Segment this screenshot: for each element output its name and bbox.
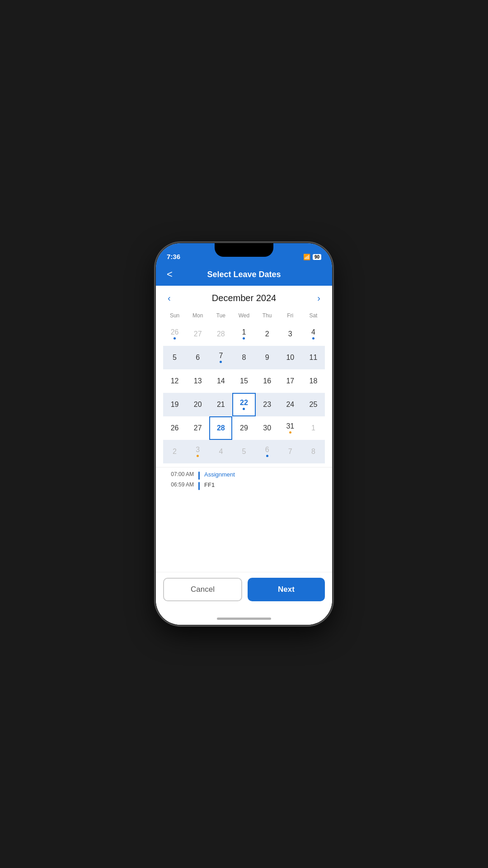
event-title-1: Assignment — [204, 471, 235, 478]
calendar-day-jan2[interactable]: 2 — [163, 440, 186, 463]
calendar-day-dec16[interactable]: 16 — [256, 369, 279, 393]
calendar-day-jan3[interactable]: 3 — [186, 440, 209, 463]
calendar-day-jan6[interactable]: 6 — [256, 440, 279, 463]
calendar-day-nov27[interactable]: 27 — [186, 322, 209, 346]
calendar-day-dec15[interactable]: 15 — [232, 369, 255, 393]
calendar-row: 12 13 14 15 16 — [163, 369, 325, 393]
next-button[interactable]: Next — [248, 578, 325, 601]
calendar-day-dec5[interactable]: 5 — [163, 346, 186, 369]
event-item: 07:00 AM Assignment — [163, 471, 325, 480]
event-dot — [243, 408, 245, 410]
status-icons: 📶 90 — [303, 254, 321, 260]
calendar-row: 2 3 4 5 6 — [163, 440, 325, 463]
main-content: ‹ December 2024 › Sun Mon Tue Wed Thu Fr… — [156, 286, 332, 625]
calendar-day-nov26[interactable]: 26 — [163, 322, 186, 346]
event-item: 06:59 AM FF1 — [163, 481, 325, 490]
battery-indicator: 90 — [313, 254, 321, 260]
app-header: < Select Leave Dates — [156, 263, 332, 286]
calendar-day-dec10[interactable]: 10 — [279, 346, 302, 369]
calendar-day-nov28[interactable]: 28 — [209, 322, 232, 346]
calendar-day-dec24[interactable]: 24 — [279, 393, 302, 416]
event-dot — [266, 455, 268, 457]
day-header-wed: Wed — [232, 311, 255, 321]
calendar-day-dec2[interactable]: 2 — [256, 322, 279, 346]
calendar-day-dec6[interactable]: 6 — [186, 346, 209, 369]
calendar-day-dec25[interactable]: 25 — [302, 393, 325, 416]
spacer — [156, 497, 332, 572]
calendar-row: 26 27 28 1 — [163, 322, 325, 346]
calendar-header: ‹ December 2024 › — [163, 291, 325, 305]
event-dot — [197, 455, 199, 457]
calendar-day-dec28[interactable]: 28 — [209, 416, 232, 440]
calendar-day-dec17[interactable]: 17 — [279, 369, 302, 393]
calendar-day-dec22[interactable]: 22 — [232, 393, 255, 416]
prev-month-button[interactable]: ‹ — [163, 291, 175, 305]
calendar-day-dec14[interactable]: 14 — [209, 369, 232, 393]
home-indicator — [156, 612, 332, 625]
calendar-day-dec8[interactable]: 8 — [232, 346, 255, 369]
day-header-sun: Sun — [163, 311, 186, 321]
calendar-day-dec7[interactable]: 7 — [209, 346, 232, 369]
event-bar-1 — [198, 472, 200, 480]
event-dot — [312, 337, 314, 340]
calendar-day-dec23[interactable]: 23 — [256, 393, 279, 416]
event-dot — [243, 337, 245, 340]
calendar-day-jan1[interactable]: 1 — [302, 416, 325, 440]
phone-frame: 7:36 📶 90 < Select Leave Dates ‹ Decembe… — [156, 243, 332, 625]
calendar-day-dec1[interactable]: 1 — [232, 322, 255, 346]
calendar-day-dec11[interactable]: 11 — [302, 346, 325, 369]
calendar-day-jan8[interactable]: 8 — [302, 440, 325, 463]
notch — [215, 243, 273, 257]
calendar-row: 19 20 21 22 23 — [163, 393, 325, 416]
calendar-row: 26 27 28 29 30 — [163, 416, 325, 440]
calendar-day-jan4[interactable]: 4 — [209, 440, 232, 463]
calendar-day-dec21[interactable]: 21 — [209, 393, 232, 416]
calendar-day-dec29[interactable]: 29 — [232, 416, 255, 440]
calendar-day-dec19[interactable]: 19 — [163, 393, 186, 416]
calendar-day-dec12[interactable]: 12 — [163, 369, 186, 393]
event-time-1: 07:00 AM — [163, 471, 194, 477]
calendar-day-dec18[interactable]: 18 — [302, 369, 325, 393]
calendar-day-jan5[interactable]: 5 — [232, 440, 255, 463]
event-bar-2 — [198, 482, 200, 490]
calendar-day-dec9[interactable]: 9 — [256, 346, 279, 369]
page-title: Select Leave Dates — [207, 270, 281, 279]
calendar: ‹ December 2024 › Sun Mon Tue Wed Thu Fr… — [156, 286, 332, 467]
next-month-button[interactable]: › — [313, 291, 325, 305]
phone-screen: 7:36 📶 90 < Select Leave Dates ‹ Decembe… — [156, 243, 332, 625]
event-dot — [220, 361, 222, 363]
calendar-day-dec31[interactable]: 31 — [279, 416, 302, 440]
wifi-icon: 📶 — [303, 254, 310, 260]
calendar-day-dec4[interactable]: 4 — [302, 322, 325, 346]
day-header-sat: Sat — [302, 311, 325, 321]
event-dot — [289, 431, 291, 434]
day-header-fri: Fri — [279, 311, 302, 321]
event-title-2: FF1 — [204, 481, 215, 488]
calendar-rows: 26 27 28 1 — [163, 322, 325, 463]
day-header-mon: Mon — [186, 311, 209, 321]
home-bar — [217, 618, 271, 620]
calendar-day-dec26[interactable]: 26 — [163, 416, 186, 440]
month-title: December 2024 — [212, 293, 276, 303]
status-time: 7:36 — [167, 253, 180, 260]
calendar-day-dec13[interactable]: 13 — [186, 369, 209, 393]
back-button[interactable]: < — [163, 267, 176, 282]
day-header-tue: Tue — [209, 311, 232, 321]
event-time-2: 06:59 AM — [163, 481, 194, 488]
calendar-day-jan7[interactable]: 7 — [279, 440, 302, 463]
day-headers: Sun Mon Tue Wed Thu Fri Sat — [163, 311, 325, 321]
calendar-day-dec3[interactable]: 3 — [279, 322, 302, 346]
bottom-actions: Cancel Next — [156, 572, 332, 612]
cancel-button[interactable]: Cancel — [163, 578, 242, 601]
calendar-row: 5 6 7 8 9 — [163, 346, 325, 369]
calendar-day-dec20[interactable]: 20 — [186, 393, 209, 416]
events-section: 07:00 AM Assignment 06:59 AM FF1 — [156, 467, 332, 497]
event-dot — [174, 337, 176, 340]
day-header-thu: Thu — [256, 311, 279, 321]
calendar-day-dec27[interactable]: 27 — [186, 416, 209, 440]
calendar-day-dec30[interactable]: 30 — [256, 416, 279, 440]
